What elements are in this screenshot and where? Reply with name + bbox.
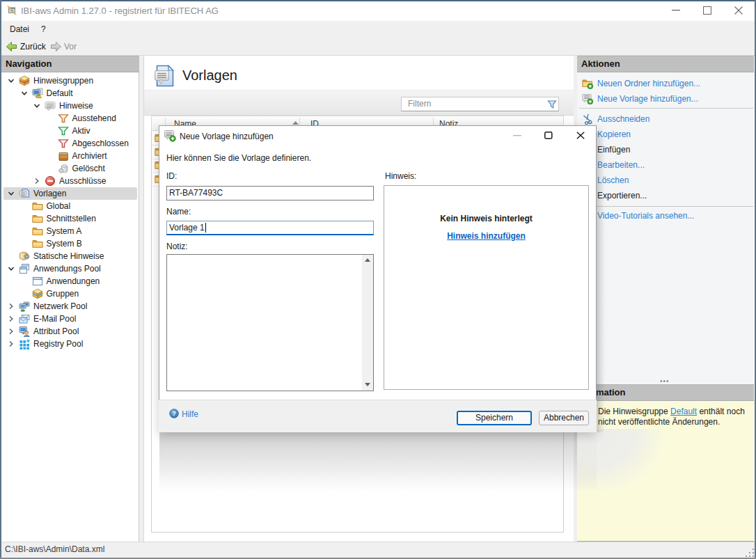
svg-text:?: ? — [172, 410, 176, 417]
